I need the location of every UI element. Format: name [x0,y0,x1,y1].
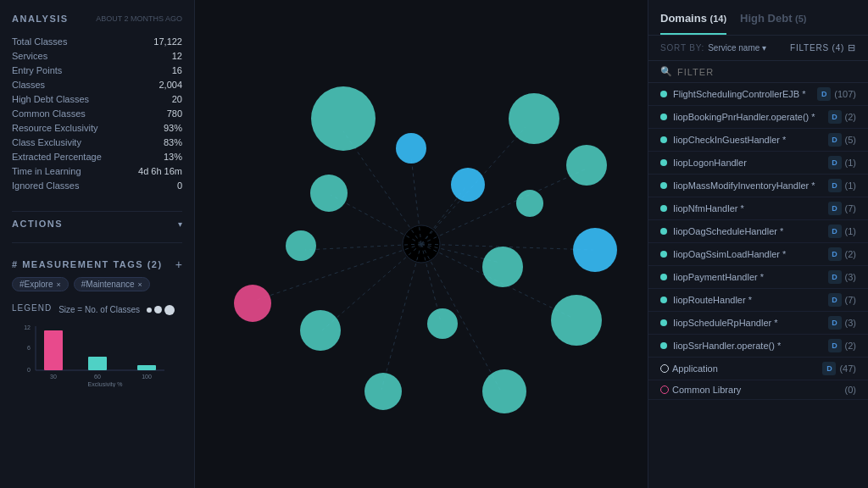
svg-point-33 [566,145,607,186]
item-name: Common Library [672,385,845,395]
svg-point-37 [364,373,402,410]
stat-label: Ignored Classes [12,178,126,192]
item-count: (107) [834,89,856,99]
search-icon: 🔍 [660,66,672,77]
item-circle-dot [660,364,669,373]
stat-value: 20 [126,92,182,106]
tab-high-debt-count: (5) [795,14,806,24]
network-graph[interactable] [195,0,648,488]
item-name: IiopSsrHandler.operate() * [673,341,828,351]
svg-text:12: 12 [24,324,31,330]
list-item[interactable]: IiopMassModifyInventoryHandler * D (1) [648,175,868,197]
item-name: IiopBookingPnrHandler.operate() * [673,112,828,122]
item-dot [660,91,667,97]
table-row: Resource Exclusivity93% [12,120,182,135]
item-dot [660,319,667,326]
bar-chart-svg: No. Services 12 6 0 30 60 100 [12,319,173,387]
list-item[interactable]: Application D (47) [648,358,868,380]
tag-maintenance-close[interactable]: × [138,280,142,289]
filters-button[interactable]: FILTERS (4) ⊟ [790,42,856,53]
stat-label: High Debt Classes [12,92,126,106]
item-d-icon: D [828,225,842,238]
stat-value: 2,004 [126,77,182,92]
item-d-icon: D [828,110,842,124]
svg-point-44 [427,308,458,339]
tag-explore[interactable]: #Explore × [12,277,69,291]
list-item[interactable]: IiopNfmHandler * D (7) [648,197,868,220]
svg-point-32 [509,93,559,144]
list-item[interactable]: FlightSchedulingControllerEJB * D (107) [648,83,868,106]
list-item[interactable]: IiopLogonHandler D (1) [648,152,868,175]
list-item[interactable]: IiopBookingPnrHandler.operate() * D (2) [648,106,868,129]
stat-label: Services [12,48,126,63]
tag-explore-label: #Explore [19,280,53,289]
svg-text:100: 100 [142,374,152,380]
item-count: (7) [845,295,856,305]
stat-value: 0 [126,178,182,192]
svg-point-40 [310,175,348,212]
item-name: IiopPaymentHandler * [673,272,828,282]
item-dot [660,136,667,143]
list-item[interactable]: Common Library (0) [648,380,868,400]
list-item[interactable]: IiopOagSsimLoadHandler * D (2) [648,243,868,266]
svg-point-41 [234,285,271,322]
item-dot [660,205,667,212]
sort-select-button[interactable]: Service name ▾ [708,43,766,53]
list-item[interactable]: IiopRouteHandler * D (7) [648,289,868,312]
filter-input-container: 🔍 [660,66,856,77]
svg-rect-7 [88,357,107,370]
item-d-icon: D [828,133,842,147]
chevron-down-icon: ▾ [762,43,766,53]
stat-label: Entry Points [12,63,126,77]
filter-search-row: 🔍 [648,61,868,83]
item-count: (2) [845,341,856,351]
tag-maintenance[interactable]: #Maintenance × [74,277,150,291]
analysis-title: ANALYSIS [12,14,69,24]
list-item[interactable]: IiopOagScheduleHandler * D (1) [648,220,868,243]
actions-title: ACTIONS [12,219,63,229]
item-count: (2) [845,249,856,259]
filter-input[interactable] [677,67,856,77]
item-name: IiopOagSsimLoadHandler * [673,249,828,259]
actions-section[interactable]: ACTIONS ▾ [12,219,182,229]
svg-text:60: 60 [94,374,101,380]
item-count: (5) [845,135,856,145]
item-name: IiopRouteHandler * [673,295,828,305]
item-count: (7) [845,203,856,214]
right-panel: Domains (14) High Debt (5) SORT BY: Serv… [648,0,868,488]
stat-value: 12 [126,48,182,63]
stat-value: 83% [126,135,182,149]
item-name: Application [672,363,822,374]
item-d-icon: D [822,362,836,375]
list-item[interactable]: IiopScheduleRpHandler * D (3) [648,312,868,335]
item-d-icon: D [828,179,842,192]
stat-label: Time in Learning [12,164,126,178]
tab-domains[interactable]: Domains (14) [660,12,726,35]
stat-value: 93% [126,120,182,135]
stats-table: Total Classes17,122Services12Entry Point… [12,34,182,192]
item-dot [660,251,667,258]
item-d-icon: D [828,316,842,330]
item-d-icon: D [828,339,842,352]
tab-high-debt[interactable]: High Debt (5) [740,12,806,35]
list-item[interactable]: IiopSsrHandler.operate() * D (2) [648,335,868,358]
legend-subtitle: Size = No. of Classes [58,305,140,314]
list-item[interactable]: IiopPaymentHandler * D (3) [648,266,868,289]
item-dot [660,297,667,303]
list-item[interactable]: IiopCheckInGuestHandler * D (5) [648,129,868,152]
item-name: IiopMassModifyInventoryHandler * [673,180,828,191]
item-d-icon: D [828,270,842,284]
filters-label: FILTERS (4) [790,43,844,53]
filter-icon: ⊟ [848,42,856,53]
item-d-icon: D [828,156,842,169]
measurement-header: # MEASUREMENT TAGS (2) + [12,258,182,270]
item-name: IiopOagScheduleHandler * [673,226,828,236]
svg-point-38 [300,310,341,351]
tag-explore-close[interactable]: × [56,280,60,289]
item-name: IiopCheckInGuestHandler * [673,135,828,145]
item-d-icon: D [817,87,831,101]
svg-point-36 [482,369,526,413]
add-tag-button[interactable]: + [175,258,182,270]
svg-point-42 [451,168,485,202]
center-visualization[interactable] [195,0,648,488]
